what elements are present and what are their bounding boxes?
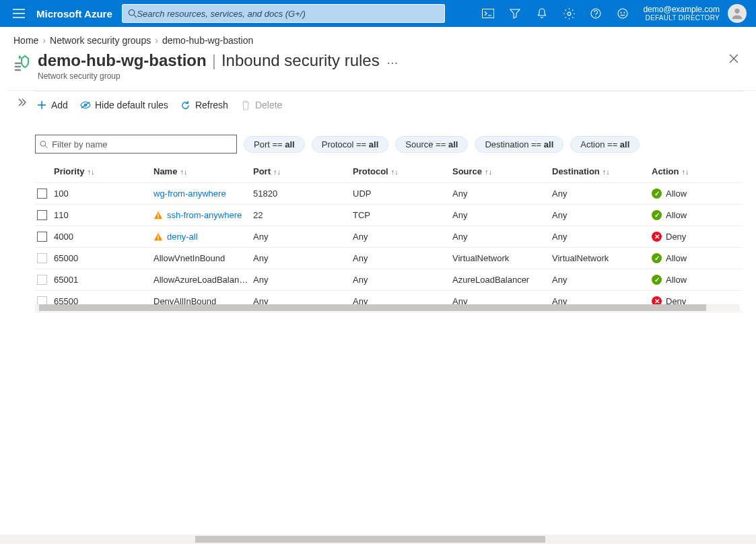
row-checkbox[interactable]	[37, 232, 47, 242]
svg-rect-14	[158, 235, 158, 238]
svg-point-0	[129, 9, 134, 15]
delete-button: Delete	[239, 98, 283, 112]
trash-icon	[240, 100, 251, 110]
sort-icon: ↑↓	[177, 168, 187, 176]
cell-source: Any	[452, 228, 552, 246]
cell-name: ssh-from-anywhere	[153, 210, 248, 220]
hide-default-rules-button[interactable]: Hide default rules	[79, 98, 170, 112]
filter-pill-port[interactable]: Port == all	[244, 136, 305, 153]
cell-name: AllowVnetInBound	[153, 253, 248, 263]
table-row[interactable]: 4000deny-allAnyAnyAnyAny✕Deny	[35, 226, 743, 248]
deny-icon: ✕	[652, 232, 662, 242]
cell-priority: 4000	[54, 228, 153, 246]
table-header: Priority↑↓ Name↑↓ Port↑↓ Protocol↑↓ Sour…	[35, 160, 743, 183]
col-source[interactable]: Source↑↓	[452, 162, 552, 180]
account-directory: DEFAULT DIRECTORY	[646, 14, 720, 22]
col-priority[interactable]: Priority↑↓	[54, 162, 153, 180]
col-protocol[interactable]: Protocol↑↓	[353, 162, 452, 180]
cell-protocol: UDP	[353, 184, 452, 203]
rule-name-link[interactable]: deny-all	[167, 232, 198, 242]
rule-name-link[interactable]: ssh-from-anywhere	[167, 210, 242, 220]
more-button[interactable]: …	[382, 53, 403, 67]
sort-icon: ↑↓	[482, 168, 492, 176]
table-row[interactable]: 65000AllowVnetInBoundAnyAnyVirtualNetwor…	[35, 248, 743, 269]
directories-button[interactable]	[502, 0, 528, 27]
gear-icon	[563, 8, 575, 20]
cell-port: 22	[253, 206, 353, 224]
row-checkbox[interactable]	[37, 210, 47, 220]
filter-icon	[510, 8, 520, 19]
breadcrumb: Home › Network security groups › demo-hu…	[0, 27, 756, 50]
top-bar: Microsoft Azure demo@example.com DEFAULT…	[0, 0, 756, 27]
chevron-right-icon: ›	[155, 35, 158, 46]
filter-pill-action[interactable]: Action == all	[570, 136, 640, 153]
breadcrumb-home[interactable]: Home	[13, 35, 38, 46]
close-button[interactable]	[725, 51, 743, 66]
cell-destination: Any	[552, 271, 652, 289]
cloud-shell-button[interactable]	[475, 0, 502, 27]
cell-port: 51820	[253, 184, 353, 203]
rule-name-link[interactable]: wg-from-anywhere	[153, 189, 226, 199]
filter-pill-protocol[interactable]: Protocol == all	[312, 136, 389, 153]
name-filter-input[interactable]	[52, 139, 232, 149]
cloud-shell-icon	[482, 9, 494, 18]
name-filter[interactable]	[35, 135, 237, 154]
col-action[interactable]: Action↑↓	[652, 162, 732, 180]
bell-icon	[537, 8, 547, 19]
chevron-right-icon: ›	[42, 35, 46, 46]
settings-button[interactable]	[555, 0, 582, 27]
svg-point-3	[568, 12, 571, 15]
cell-source: AzureLoadBalancer	[452, 271, 552, 289]
col-name[interactable]: Name↑↓	[153, 162, 253, 180]
table-row[interactable]: 110ssh-from-anywhere22TCPAnyAny✓Allow	[35, 205, 743, 226]
command-bar: Add Hide default rules Refresh Delete	[35, 91, 743, 118]
cell-destination: Any	[552, 184, 652, 203]
col-port[interactable]: Port↑↓	[253, 162, 353, 180]
sort-icon: ↑↓	[600, 168, 610, 176]
page-section: Inbound security rules	[221, 51, 380, 70]
table-row[interactable]: 100wg-from-anywhere51820UDPAnyAny✓Allow	[35, 183, 743, 205]
cell-priority: 65001	[54, 271, 153, 289]
content-area: Add Hide default rules Refresh Delete Po…	[8, 90, 756, 312]
rule-name-text: AllowAzureLoadBalan…	[153, 275, 248, 285]
cell-name: wg-from-anywhere	[153, 189, 248, 199]
col-destination[interactable]: Destination↑↓	[552, 162, 652, 180]
sort-icon: ↑↓	[85, 168, 95, 176]
account-info[interactable]: demo@example.com DEFAULT DIRECTORY	[636, 5, 722, 22]
global-search-input[interactable]	[137, 9, 438, 19]
cell-destination: Any	[552, 206, 652, 224]
warning-icon	[153, 211, 163, 220]
cell-protocol: TCP	[353, 206, 452, 224]
feedback-button[interactable]	[609, 0, 636, 27]
svg-point-5	[596, 16, 596, 17]
nsg-resource-icon	[12, 53, 32, 73]
filter-row: Port == all Protocol == all Source == al…	[35, 118, 756, 160]
refresh-button[interactable]: Refresh	[179, 98, 230, 112]
feedback-icon	[617, 8, 628, 19]
table-horizontal-scrollbar[interactable]	[35, 304, 740, 311]
breadcrumb-nsg[interactable]: Network security groups	[50, 35, 151, 46]
page-horizontal-scrollbar[interactable]	[0, 535, 756, 544]
refresh-icon	[180, 100, 191, 110]
help-button[interactable]	[582, 0, 609, 27]
table-row[interactable]: 65001AllowAzureLoadBalan…AnyAnyAzureLoad…	[35, 269, 743, 291]
brand-label[interactable]: Microsoft Azure	[32, 8, 122, 20]
cell-port: Any	[253, 271, 353, 289]
cell-action: ✓Allow	[652, 253, 727, 263]
cell-port: Any	[253, 228, 353, 246]
row-checkbox[interactable]	[37, 189, 47, 199]
svg-rect-13	[158, 217, 158, 217]
global-search[interactable]	[122, 4, 445, 23]
filter-pill-source[interactable]: Source == all	[395, 136, 468, 153]
menu-button[interactable]	[5, 0, 32, 27]
account-avatar[interactable]	[728, 4, 747, 23]
cell-action: ✓Allow	[652, 275, 727, 285]
filter-pill-destination[interactable]: Destination == all	[475, 136, 563, 153]
warning-icon	[153, 232, 163, 242]
expand-nav-button[interactable]	[8, 91, 35, 312]
notifications-button[interactable]	[528, 0, 555, 27]
close-icon	[729, 54, 738, 63]
help-icon	[590, 8, 601, 19]
add-button[interactable]: Add	[35, 98, 69, 112]
svg-rect-2	[483, 9, 494, 18]
